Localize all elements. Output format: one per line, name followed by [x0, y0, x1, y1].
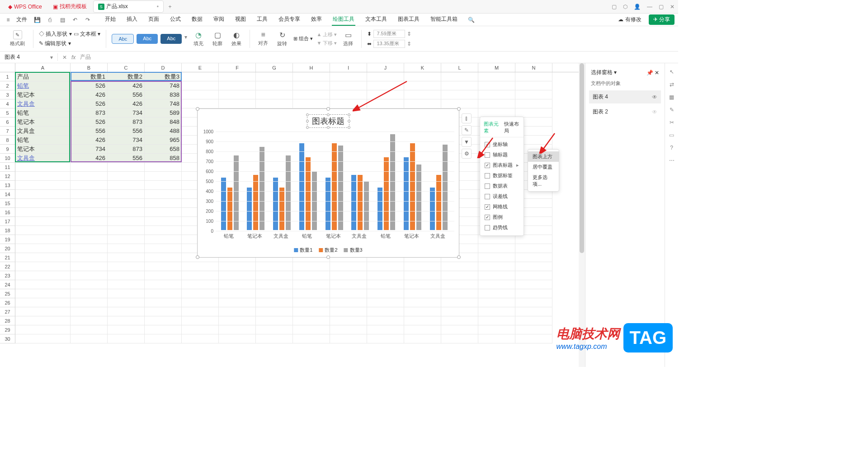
side-icon-4[interactable]: ✂ — [670, 119, 674, 126]
cell[interactable] — [404, 271, 441, 280]
cell[interactable]: 笔记本 — [15, 118, 71, 127]
cell[interactable] — [478, 90, 515, 99]
menu-tab-8[interactable]: 会员专享 — [278, 14, 301, 26]
cell[interactable] — [15, 190, 71, 199]
cell[interactable] — [182, 271, 219, 280]
cell[interactable] — [108, 190, 145, 199]
cell[interactable] — [71, 244, 108, 253]
cell[interactable] — [515, 316, 552, 325]
cell[interactable] — [219, 72, 256, 81]
new-tab-button[interactable]: + — [165, 2, 175, 11]
cell[interactable] — [293, 307, 330, 316]
cell[interactable] — [108, 316, 145, 325]
cell[interactable] — [478, 262, 515, 271]
cell[interactable] — [330, 99, 367, 108]
side-icon-5[interactable]: ▭ — [669, 132, 674, 138]
col-header[interactable]: B — [71, 63, 108, 72]
side-icon-2[interactable]: ▦ — [669, 94, 674, 100]
col-header[interactable]: H — [293, 63, 330, 72]
tab-template[interactable]: ▣找稻壳模板 — [48, 1, 91, 12]
preview-icon[interactable]: ▤ — [58, 15, 67, 24]
row-header[interactable]: 11 — [0, 163, 15, 172]
align-button[interactable]: ≡对齐 — [255, 31, 271, 47]
cell[interactable]: 526 — [71, 81, 108, 90]
cell[interactable] — [145, 244, 182, 253]
cell[interactable] — [108, 280, 145, 289]
insert-shape[interactable]: ◇ 插入形状 ▾ — [39, 30, 72, 38]
cell[interactable] — [15, 298, 71, 307]
menu-tab-7[interactable]: 工具 — [256, 14, 269, 26]
cell[interactable] — [182, 316, 219, 325]
cell[interactable] — [404, 90, 441, 99]
cell[interactable] — [367, 262, 404, 271]
popup-item[interactable]: 图表标题▸ — [480, 160, 524, 170]
cell[interactable] — [515, 298, 552, 307]
sheet-area[interactable]: ABCDEFGHIJKLMN 1234567891011121314151617… — [0, 63, 585, 367]
tab-file[interactable]: S 产品.xlsx • — [93, 0, 164, 13]
cell[interactable] — [441, 280, 478, 289]
cell[interactable] — [219, 81, 256, 90]
cell[interactable] — [478, 325, 515, 334]
cell[interactable] — [219, 307, 256, 316]
cell[interactable]: 铅笔 — [15, 136, 71, 145]
cell[interactable] — [441, 316, 478, 325]
cell[interactable]: 426 — [108, 99, 145, 108]
cell[interactable] — [256, 289, 293, 298]
cell[interactable] — [441, 72, 478, 81]
cell[interactable] — [145, 235, 182, 244]
cell[interactable]: 873 — [108, 118, 145, 127]
cell[interactable]: 658 — [145, 145, 182, 154]
cell[interactable] — [15, 172, 71, 181]
col-header[interactable]: K — [404, 63, 441, 72]
cell[interactable] — [256, 307, 293, 316]
cell[interactable]: 产品 — [15, 72, 71, 81]
close-button[interactable]: ✕ — [670, 4, 675, 10]
cell[interactable] — [478, 108, 515, 118]
popup-item[interactable]: 趋势线 — [480, 222, 524, 233]
cell[interactable] — [293, 325, 330, 334]
cell[interactable] — [145, 253, 182, 262]
row-header[interactable]: 4 — [0, 99, 15, 108]
row-header[interactable]: 1 — [0, 72, 15, 81]
cell[interactable] — [71, 334, 108, 343]
side-more-icon[interactable]: ⋯ — [669, 157, 675, 164]
col-header[interactable]: I — [330, 63, 367, 72]
cell[interactable] — [478, 81, 515, 90]
cell[interactable] — [108, 181, 145, 190]
move-up[interactable]: ▲ 上移 ▾ — [316, 31, 337, 38]
cell[interactable] — [108, 163, 145, 172]
row-header[interactable]: 6 — [0, 118, 15, 127]
col-header[interactable]: J — [367, 63, 404, 72]
cell[interactable] — [404, 307, 441, 316]
cell[interactable] — [441, 271, 478, 280]
cell[interactable] — [145, 208, 182, 217]
side-icon-6[interactable]: ? — [670, 145, 673, 151]
cell[interactable] — [515, 72, 552, 81]
col-header[interactable]: D — [145, 63, 182, 72]
eye-icon[interactable]: 👁 — [652, 94, 657, 100]
row-header[interactable]: 19 — [0, 235, 15, 244]
popup-item[interactable]: 图例 — [480, 212, 524, 222]
cell[interactable] — [404, 334, 441, 343]
cell[interactable] — [330, 325, 367, 334]
cell[interactable] — [71, 235, 108, 244]
cell[interactable] — [219, 262, 256, 271]
col-header[interactable]: N — [515, 63, 552, 72]
cell[interactable] — [219, 271, 256, 280]
cell[interactable] — [15, 316, 71, 325]
fill-button[interactable]: ◔填充 — [191, 31, 206, 47]
cell[interactable] — [71, 280, 108, 289]
minimize-button[interactable]: — — [647, 4, 652, 10]
cell[interactable] — [15, 235, 71, 244]
cell[interactable] — [182, 81, 219, 90]
cell[interactable] — [441, 298, 478, 307]
formula-input[interactable]: 产品 — [80, 53, 91, 61]
cell[interactable] — [404, 325, 441, 334]
app-menu-icon[interactable]: ≡ — [4, 15, 13, 24]
menu-tab-1[interactable]: 插入 — [126, 14, 138, 26]
row-header[interactable]: 23 — [0, 271, 15, 280]
cell[interactable] — [330, 271, 367, 280]
cell[interactable] — [182, 99, 219, 108]
cell[interactable] — [367, 72, 404, 81]
cell[interactable] — [15, 280, 71, 289]
